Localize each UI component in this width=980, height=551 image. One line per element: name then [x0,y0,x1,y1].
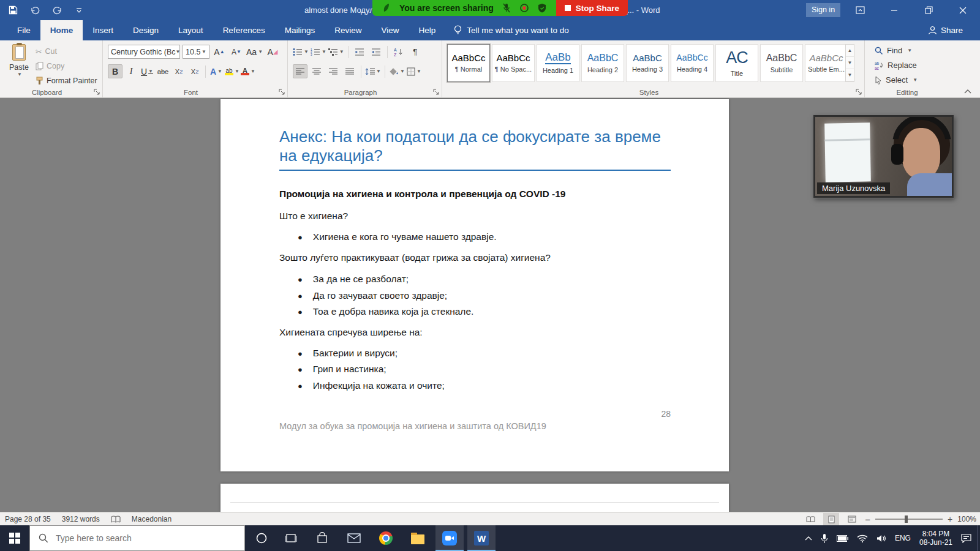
file-explorer-button[interactable] [404,525,432,551]
clock[interactable]: 8:04 PM 08-Jun-21 [919,530,952,547]
language-indicator[interactable]: ENG [895,534,911,542]
sign-in-button[interactable]: Sign in [806,3,840,17]
align-right-button[interactable] [326,64,341,78]
stop-share-button[interactable]: Stop Share [556,0,628,16]
align-left-button[interactable] [293,64,307,78]
style-heading-1[interactable]: AaBbHeading 1 [537,44,579,82]
subscript-button[interactable]: X2 [172,64,186,78]
style-subtitle[interactable]: AaBbCSubtitle [760,44,803,82]
zoom-percentage[interactable]: 100% [957,515,976,523]
start-button[interactable] [0,525,29,551]
share-button[interactable]: Share [928,20,963,40]
microphone-icon[interactable] [821,533,828,544]
style-heading-2[interactable]: AaBbCHeading 2 [581,44,624,82]
tab-view[interactable]: View [371,20,409,40]
mail-app-button[interactable] [340,525,368,551]
tab-design[interactable]: Design [123,20,168,40]
styles-dialog-launcher-icon[interactable] [856,89,862,96]
styles-scroll-up-icon[interactable]: ▲ [846,45,854,57]
battery-icon[interactable] [837,535,848,542]
redo-icon[interactable] [50,3,64,18]
minimize-icon[interactable] [877,0,911,20]
cut-button[interactable]: ✂ Cut [36,45,97,58]
ribbon-display-options-icon[interactable] [843,0,877,20]
save-icon[interactable] [6,3,20,18]
strikethrough-button[interactable]: abe [156,64,170,78]
format-painter-button[interactable]: Format Painter [36,75,97,87]
align-center-button[interactable] [309,64,324,78]
document-page[interactable]: Анекс: На кои податоци да се фокусирате … [221,99,729,471]
font-name-combo[interactable]: Century Gothic (Bc▼ [108,45,180,59]
bullet-list-button[interactable]: ▼ [293,45,309,59]
cortana-button[interactable] [247,525,276,551]
collapse-ribbon-icon[interactable] [964,88,971,95]
tab-layout[interactable]: Layout [168,20,213,40]
style-normal[interactable]: AaBbCc¶ Normal [447,44,490,82]
print-layout-button[interactable] [823,513,839,525]
search-input[interactable] [56,533,227,543]
change-case-button[interactable]: Aa▼ [246,45,263,59]
styles-gallery-more-icon[interactable]: ▼ [846,69,854,81]
tab-insert[interactable]: Insert [83,20,123,40]
hidden-icons-chevron-icon[interactable] [805,536,812,541]
replace-button[interactable]: abac Replace [875,59,918,72]
style-title[interactable]: ACTitle [715,44,758,82]
text-highlight-button[interactable]: ab▼ [225,64,239,78]
justify-button[interactable] [342,64,357,78]
line-spacing-button[interactable]: ▼ [365,64,381,78]
copy-button[interactable]: Copy [36,60,97,72]
borders-button[interactable]: ▼ [407,64,421,78]
action-center-icon[interactable] [961,534,971,543]
document-next-page[interactable] [221,484,729,512]
proofing-book-icon[interactable] [111,515,121,523]
paragraph-dialog-launcher-icon[interactable] [433,89,440,96]
read-mode-button[interactable] [802,513,818,525]
tab-references[interactable]: References [213,20,275,40]
shading-button[interactable]: ▼ [389,64,405,78]
underline-button[interactable]: U▼ [140,64,154,78]
text-effects-button[interactable]: A▼ [209,64,224,78]
bold-button[interactable]: B [108,64,123,78]
webcam-video-overlay[interactable]: Marija Uzunovska [813,115,954,198]
styles-scroll-down-icon[interactable]: ▼ [846,57,854,69]
select-button[interactable]: Select▼ [875,73,918,86]
superscript-button[interactable]: X2 [187,64,202,78]
style-no-spacing[interactable]: AaBbCc¶ No Spac... [492,44,535,82]
undo-icon[interactable] [28,3,42,18]
tab-review[interactable]: Review [325,20,371,40]
chrome-app-button[interactable] [372,525,400,551]
font-color-button[interactable]: A▼ [241,64,255,78]
page-count-status[interactable]: Page 28 of 35 [5,515,51,523]
numbered-list-button[interactable]: 123▼ [311,45,326,59]
show-desktop-button[interactable] [977,525,980,551]
taskbar-search[interactable] [29,525,245,551]
zoom-in-button[interactable]: + [948,514,952,524]
tell-me-box[interactable]: Tell me what you want to do [454,20,569,40]
store-app-button[interactable] [308,525,336,551]
sort-button[interactable]: AZ [391,45,406,59]
zoom-slider[interactable] [875,513,943,525]
close-icon[interactable] [946,0,980,20]
style-heading-3[interactable]: AaBbCHeading 3 [626,44,669,82]
font-dialog-launcher-icon[interactable] [279,89,285,96]
clipboard-dialog-launcher-icon[interactable] [94,89,100,96]
style-subtle-emphasis[interactable]: AaBbCcSubtle Em... [805,44,848,82]
clear-formatting-button[interactable]: A◢ [265,45,280,59]
find-button[interactable]: Find▼ [875,44,918,57]
word-app-button[interactable]: W [467,525,496,551]
word-count-status[interactable]: 3912 words [62,515,100,523]
tab-file[interactable]: File [7,20,40,40]
wifi-icon[interactable] [857,534,868,542]
grow-font-button[interactable]: A▲ [212,45,227,59]
show-paragraph-marks-button[interactable]: ¶ [408,45,423,59]
tab-help[interactable]: Help [409,20,446,40]
restore-icon[interactable] [911,0,946,20]
task-view-button[interactable] [277,525,305,551]
zoom-app-button[interactable] [435,525,464,551]
speaker-icon[interactable] [876,534,886,542]
increase-indent-button[interactable] [369,45,383,59]
zoom-slider-thumb[interactable] [905,515,908,523]
multilevel-list-button[interactable]: ▼ [328,45,344,59]
tab-home[interactable]: Home [40,20,83,40]
shrink-font-button[interactable]: A▼ [229,45,244,59]
